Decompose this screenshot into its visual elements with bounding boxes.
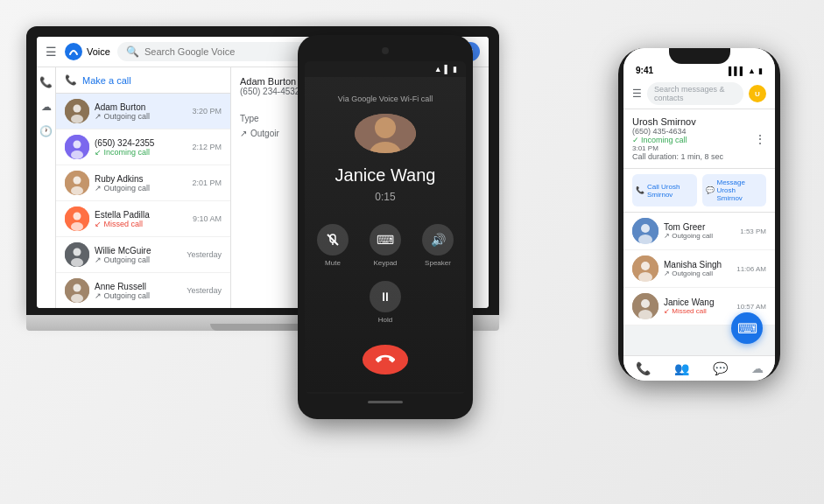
android-caller-avatar <box>355 114 416 153</box>
message-contact-button[interactable]: 💬 Message Urosh Smirnov <box>702 174 767 206</box>
android-camera <box>382 47 389 54</box>
call-list-item[interactable]: Anne Russell↗ Outgoing callYesterday <box>56 273 230 308</box>
call-info: Estella Padilla↙ Missed call <box>95 210 187 228</box>
iphone-fab-button[interactable]: ⌨ <box>731 312 763 344</box>
call-name: (650) 324-2355 <box>95 138 187 148</box>
svg-point-12 <box>71 222 83 231</box>
signal-icon: ▌ <box>445 65 450 74</box>
call-action-label: Call Urosh Smirnov <box>647 183 694 199</box>
iphone-contact-detail: Urosh Smirnov (650) 435-4634 ✓ Incoming … <box>623 109 775 169</box>
more-options-icon[interactable]: ⋮ <box>754 132 766 146</box>
iphone-call-info: Janice Wang↙ Missed call <box>664 298 731 315</box>
keypad-icon: ⌨ <box>370 224 401 256</box>
call-list-item[interactable]: Ruby Adkins↗ Outgoing call2:01 PM <box>56 165 230 201</box>
battery-icon: ▮ <box>453 65 457 74</box>
phone-icon: 📞 <box>65 74 77 86</box>
android-caller-name: Janice Wang <box>335 165 436 186</box>
hold-button[interactable]: ⏸ Hold <box>370 281 401 324</box>
iphone-search-bar[interactable]: Search messages & contacts <box>647 82 743 105</box>
keypad-button[interactable]: ⌨ Keypad <box>370 224 401 267</box>
call-info: (650) 324-2355↙ Incoming call <box>95 138 187 157</box>
call-avatar <box>65 135 89 159</box>
call-list-item[interactable]: (650) 324-2355↙ Incoming call2:12 PM <box>56 130 230 165</box>
svg-point-29 <box>641 262 650 270</box>
call-list-item[interactable]: Estella Padilla↙ Missed call9:10 AM <box>56 201 230 237</box>
svg-point-9 <box>71 186 83 195</box>
message-action-icon: 💬 <box>706 186 715 194</box>
android-phone: ▲ ▌ ▮ Via Google Voice Wi-Fi call <box>298 35 473 419</box>
hamburger-menu-icon[interactable]: ☰ <box>46 45 57 59</box>
incoming-checkmark-icon: ✓ <box>632 136 639 144</box>
call-info: Willie McGuire↗ Outgoing call <box>95 246 181 264</box>
call-info: Adam Burton↗ Outgoing call <box>95 102 187 121</box>
iphone-user-avatar[interactable]: U <box>749 85 766 102</box>
android-bezel: ▲ ▌ ▮ Via Google Voice Wi-Fi call <box>298 35 473 419</box>
iphone-call-time: 10:57 AM <box>736 303 766 311</box>
iphone-bezel: 9:41 ▌▌▌ ▲ ▮ ☰ Search messages & contact… <box>618 48 780 381</box>
android-status-icons: ▲ ▌ ▮ <box>434 65 457 74</box>
svg-point-20 <box>375 117 396 138</box>
android-home-bar <box>305 394 466 407</box>
call-avatar <box>65 206 89 231</box>
call-type: ↗ Outgoing call <box>95 256 181 264</box>
call-name: Ruby Adkins <box>95 174 187 184</box>
sidebar-history-icon[interactable]: 🕐 <box>39 125 53 137</box>
make-call-button[interactable]: 📞 Make a call <box>56 67 230 94</box>
iphone-nav-messages[interactable]: 💬 <box>713 361 728 375</box>
iphone-notch <box>669 48 730 64</box>
iphone-menu-icon[interactable]: ☰ <box>632 88 642 100</box>
call-type: ↗ Outgoing call <box>95 112 187 121</box>
svg-point-26 <box>641 224 650 233</box>
call-list-item[interactable]: Willie McGuire↗ Outgoing callYesterday <box>56 237 230 273</box>
call-type: ↗ Outgoing call <box>95 291 181 300</box>
iphone-action-buttons: 📞 Call Urosh Smirnov 💬 Message Urosh Smi… <box>623 169 775 213</box>
call-avatar <box>65 171 89 195</box>
iphone-nav-calls[interactable]: 📞 <box>636 361 651 375</box>
iphone-nav-contacts[interactable]: 👥 <box>674 361 689 375</box>
iphone-call-name: Janice Wang <box>664 298 731 307</box>
detail-outgoing-text: Outgoir <box>250 129 279 138</box>
android-call-screen: Via Google Voice Wi-Fi call Janice Wang … <box>305 77 466 392</box>
call-list-item[interactable]: Adam Burton↗ Outgoing call3:20 PM <box>56 94 230 130</box>
android-home-indicator <box>368 401 403 403</box>
iphone-status-text: Incoming call <box>641 136 687 144</box>
iphone-call-item[interactable]: Tom Greer↗ Outgoing call1:53 PM <box>623 213 775 250</box>
iphone-signal-icon: ▌▌▌ <box>729 66 745 75</box>
call-avatar <box>65 99 89 123</box>
mute-icon <box>317 224 349 256</box>
call-time: Yesterday <box>187 286 222 295</box>
calls-nav-icon: 📞 <box>636 361 651 375</box>
iphone-call-avatar <box>632 256 658 282</box>
iphone-call-time: 11:06 AM <box>736 265 766 273</box>
sidebar-calls-icon[interactable]: 📞 <box>39 76 53 88</box>
svg-point-6 <box>71 150 83 159</box>
call-contact-button[interactable]: 📞 Call Urosh Smirnov <box>632 174 697 206</box>
iphone-screen: 9:41 ▌▌▌ ▲ ▮ ☰ Search messages & contact… <box>623 48 775 381</box>
iphone-nav-voicemail[interactable]: ☁ <box>751 361 764 375</box>
voice-logo-icon <box>64 42 83 61</box>
svg-point-2 <box>74 105 81 113</box>
sidebar-voicemail-icon[interactable]: ☁ <box>41 101 52 113</box>
call-time: 2:01 PM <box>192 178 222 187</box>
call-name: Anne Russell <box>95 282 181 291</box>
iphone-call-item[interactable]: Manisha Singh↗ Outgoing call11:06 AM <box>623 250 775 288</box>
iphone: 9:41 ▌▌▌ ▲ ▮ ☰ Search messages & contact… <box>618 48 780 381</box>
contacts-nav-icon: 👥 <box>674 361 689 375</box>
iphone-call-avatar <box>632 218 658 244</box>
search-icon: 🔍 <box>126 46 139 58</box>
speaker-button[interactable]: 🔊 Speaker <box>422 224 454 267</box>
make-call-label: Make a call <box>82 75 131 86</box>
call-info: Anne Russell↗ Outgoing call <box>95 282 181 300</box>
iphone-call-type: ↙ Missed call <box>664 307 731 315</box>
call-time: 2:12 PM <box>192 143 222 151</box>
iphone-call-info: Manisha Singh↗ Outgoing call <box>664 260 731 277</box>
android-call-subtitle: Via Google Voice Wi-Fi call <box>338 94 433 103</box>
iphone-call-type: ↗ Outgoing call <box>664 232 735 240</box>
mute-button[interactable]: Mute <box>317 224 349 267</box>
speaker-label: Speaker <box>425 259 451 267</box>
end-call-button[interactable] <box>363 345 408 374</box>
scene: ☰ Voice 🔍 ❓ <box>0 0 824 504</box>
android-call-controls: Mute ⌨ Keypad 🔊 Speaker <box>318 224 453 267</box>
speaker-icon: 🔊 <box>422 224 454 256</box>
svg-point-32 <box>641 299 650 308</box>
